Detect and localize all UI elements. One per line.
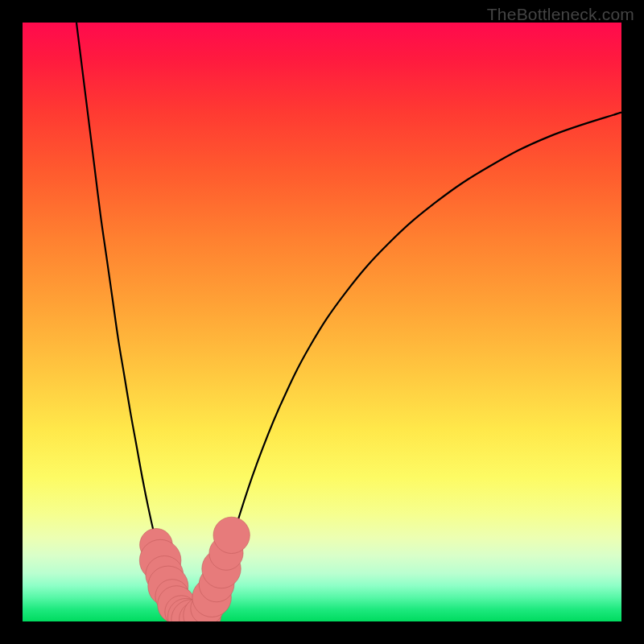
watermark-text: TheBottleneck.com bbox=[487, 5, 634, 24]
curve-dots bbox=[23, 23, 621, 621]
outer-frame: TheBottleneck.com bbox=[0, 0, 644, 644]
plot-area bbox=[23, 23, 621, 621]
curve-dot bbox=[213, 517, 250, 553]
